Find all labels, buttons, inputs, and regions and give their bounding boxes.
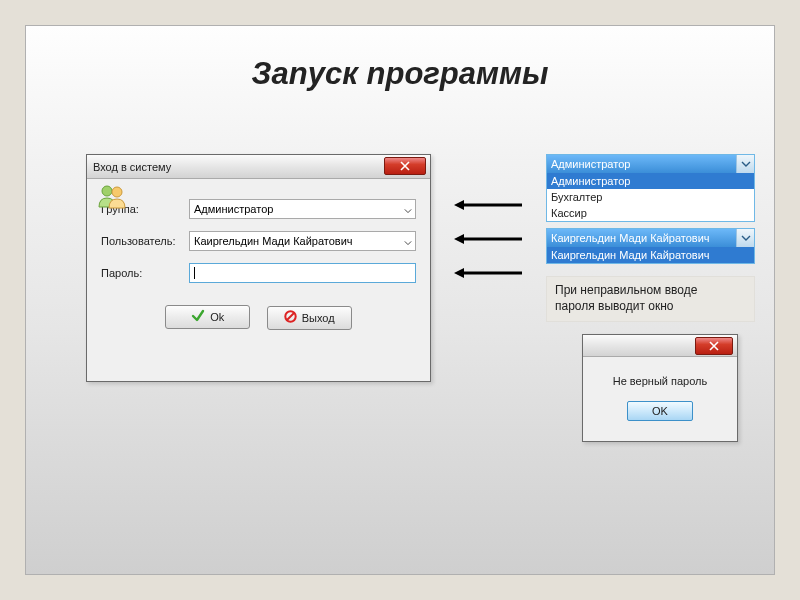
- user-dropdown-selected-label: Каиргельдин Мади Кайратович: [551, 232, 710, 244]
- svg-marker-7: [454, 234, 464, 244]
- group-dropdown-selected[interactable]: Администратор: [547, 155, 754, 173]
- svg-point-1: [112, 187, 122, 197]
- arrow-to-group: [454, 196, 522, 206]
- group-dropdown-expanded[interactable]: Администратор Администратор Бухгалтер Ка…: [546, 154, 755, 222]
- login-window: Вход в систему Группа: Администратор: [86, 154, 431, 382]
- forbidden-icon: [284, 310, 297, 325]
- error-message: Не верный пароль: [583, 375, 737, 387]
- group-dropdown-selected-label: Администратор: [551, 158, 630, 170]
- group-combobox-value: Администратор: [194, 203, 273, 215]
- slide-background: Запуск программы Вход в систему Групп: [25, 25, 775, 575]
- login-buttons: Ok Выход: [101, 305, 416, 330]
- error-ok-button[interactable]: OK: [627, 401, 693, 421]
- svg-point-0: [102, 186, 112, 196]
- row-user: Пользователь: Каиргельдин Мади Кайратови…: [101, 231, 416, 251]
- text-caret: [194, 267, 195, 279]
- arrow-to-password: [454, 264, 522, 274]
- label-user: Пользователь:: [101, 235, 189, 247]
- user-dropdown-selected[interactable]: Каиргельдин Мади Кайратович: [547, 229, 754, 247]
- row-password: Пароль:: [101, 263, 416, 283]
- ok-button[interactable]: Ok: [165, 305, 250, 329]
- chevron-down-icon: [404, 205, 412, 217]
- chevron-down-icon: [404, 237, 412, 249]
- svg-marker-5: [454, 200, 464, 210]
- group-option-1[interactable]: Бухгалтер: [547, 189, 754, 205]
- svg-line-3: [287, 313, 294, 320]
- login-title: Вход в систему: [93, 161, 171, 173]
- chevron-down-icon[interactable]: [736, 155, 754, 173]
- exit-button[interactable]: Выход: [267, 306, 352, 330]
- user-combobox-value: Каиргельдин Мади Кайратович: [194, 235, 353, 247]
- user-combobox[interactable]: Каиргельдин Мади Кайратович: [189, 231, 416, 251]
- note-line-1: При неправильном вводе: [555, 283, 697, 297]
- ok-button-label: Ok: [210, 311, 224, 323]
- group-option-2[interactable]: Кассир: [547, 205, 754, 221]
- login-body: Группа: Администратор Пользователь: Каир…: [87, 179, 430, 340]
- error-dialog: Не верный пароль OK: [582, 334, 738, 442]
- close-button[interactable]: [695, 337, 733, 355]
- check-icon: [191, 309, 205, 325]
- user-option-0[interactable]: Каиргельдин Мади Кайратович: [547, 247, 754, 263]
- close-button[interactable]: [384, 157, 426, 175]
- group-option-0[interactable]: Администратор: [547, 173, 754, 189]
- password-hint-note: При неправильном вводе пароля выводит ок…: [546, 276, 755, 322]
- user-dropdown-expanded[interactable]: Каиргельдин Мади Кайратович Каиргельдин …: [546, 228, 755, 264]
- login-titlebar: Вход в систему: [87, 155, 430, 179]
- users-icon: [97, 183, 127, 209]
- close-icon: [400, 159, 410, 171]
- svg-marker-9: [454, 268, 464, 278]
- exit-button-label: Выход: [302, 312, 335, 324]
- note-line-2: пароля выводит окно: [555, 299, 674, 313]
- close-icon: [709, 339, 719, 351]
- arrow-to-user: [454, 230, 522, 240]
- label-password: Пароль:: [101, 267, 189, 279]
- chevron-down-icon[interactable]: [736, 229, 754, 247]
- password-input[interactable]: [189, 263, 416, 283]
- row-group: Группа: Администратор: [101, 199, 416, 219]
- error-dialog-titlebar: [583, 335, 737, 357]
- group-combobox[interactable]: Администратор: [189, 199, 416, 219]
- page-title: Запуск программы: [26, 56, 774, 92]
